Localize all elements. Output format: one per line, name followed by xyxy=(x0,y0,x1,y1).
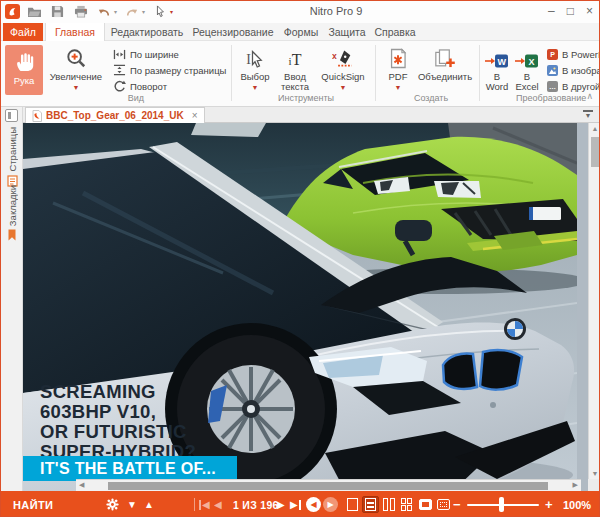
to-image-button[interactable]: В изображение xyxy=(547,63,600,78)
previous-page-button[interactable]: ◀ xyxy=(214,491,222,517)
zoom-level[interactable]: 100% xyxy=(563,491,591,517)
horizontal-scroll-thumb[interactable] xyxy=(108,482,548,490)
sidebar-tab-bookmarks[interactable]: Закладки xyxy=(1,185,23,241)
fit-width-button[interactable]: По ширине xyxy=(113,47,179,62)
tab-file[interactable]: Файл xyxy=(3,23,43,41)
pen-nib-icon: x xyxy=(332,45,354,69)
scroll-right-icon[interactable]: ▶ xyxy=(573,481,578,489)
view-presentation-button[interactable] xyxy=(435,496,452,513)
find-next-icon[interactable]: ▲ xyxy=(144,491,154,517)
collapse-ribbon-icon[interactable]: ∧ xyxy=(586,91,593,101)
create-pdf-button[interactable]: PDF ▼ xyxy=(381,45,415,91)
tab-forms[interactable]: Формы xyxy=(279,23,323,41)
view-grid-button[interactable] xyxy=(398,496,415,513)
pdf-dropdown-caret-icon[interactable]: ▼ xyxy=(395,84,402,91)
print-icon[interactable] xyxy=(72,3,89,20)
group-label-view: Вид xyxy=(86,93,186,103)
save-icon[interactable] xyxy=(49,3,66,20)
next-page-button[interactable]: ▶ xyxy=(277,491,285,517)
zoom-tool-button[interactable]: Увеличение ▼ xyxy=(45,45,107,91)
cover-banner-text: IT'S THE BATTLE OF... xyxy=(40,460,216,478)
to-excel-button[interactable]: X В Excel xyxy=(513,45,541,92)
undo-icon[interactable] xyxy=(95,3,112,20)
select-button[interactable]: I Выбор ▼ xyxy=(237,45,273,91)
select-cursor-icon: I xyxy=(245,45,265,69)
to-other-format-label: В другой формат xyxy=(562,81,600,92)
close-button[interactable]: × xyxy=(586,3,593,19)
maximize-button[interactable]: □ xyxy=(567,3,574,19)
history-back-button[interactable]: ◀ xyxy=(306,497,321,512)
document-tab-close-icon[interactable]: × xyxy=(192,110,198,121)
zoom-slider-handle[interactable] xyxy=(499,497,504,512)
tab-protect[interactable]: Защита xyxy=(325,23,369,41)
zoom-out-button[interactable]: − xyxy=(453,491,461,517)
type-text-button[interactable]: iT Ввод текста xyxy=(275,45,315,92)
ribbon-divider xyxy=(231,45,232,101)
sidebar-tab-pages[interactable]: Страницы xyxy=(1,127,23,187)
find-options-button[interactable] xyxy=(106,491,119,517)
minimize-button[interactable]: – xyxy=(548,3,555,19)
combine-label: Объединить xyxy=(418,72,472,82)
view-continuous-button[interactable] xyxy=(362,496,379,513)
nitro-logo-icon[interactable] xyxy=(5,4,20,19)
tab-list-dropdown-icon[interactable]: ▼ xyxy=(583,110,593,120)
to-excel-icon: X xyxy=(515,45,539,69)
history-forward-button[interactable]: ▶ xyxy=(323,497,338,512)
view-facing-pages-button[interactable] xyxy=(380,496,397,513)
to-word-button[interactable]: W В Word xyxy=(483,45,511,92)
zoom-dropdown-caret-icon[interactable]: ▼ xyxy=(73,84,80,91)
last-page-button[interactable]: ▶ xyxy=(290,491,301,517)
zoom-in-button[interactable]: + xyxy=(545,491,553,517)
to-excel-label: В Excel xyxy=(513,72,541,92)
first-page-button[interactable]: ◀ xyxy=(199,491,210,517)
redo-dropdown-caret-icon[interactable]: ▾ xyxy=(142,8,145,15)
scroll-down-icon[interactable]: ▼ xyxy=(589,470,600,477)
to-powerpoint-button[interactable]: P В PowerPoint xyxy=(547,47,600,62)
document-tab[interactable]: BBC_Top_Gear_06_2014_UK × xyxy=(25,107,205,123)
quicksign-dropdown-caret-icon[interactable]: ▼ xyxy=(340,84,347,91)
svg-text:I: I xyxy=(246,52,251,67)
open-file-icon[interactable] xyxy=(26,3,43,20)
fit-page-button[interactable]: По размеру страницы xyxy=(113,63,226,78)
horizontal-scrollbar[interactable]: ◀ ▶ xyxy=(76,479,581,491)
rotate-button[interactable]: Поворот xyxy=(113,79,167,94)
tab-help[interactable]: Справка xyxy=(371,23,419,41)
document-tab-title: BBC_Top_Gear_06_2014_UK xyxy=(46,110,184,121)
hand-icon xyxy=(13,49,35,73)
tab-home[interactable]: Главная xyxy=(45,23,105,41)
bookmarks-tab-label: Закладки xyxy=(7,185,18,226)
hand-tool-button[interactable]: Рука xyxy=(5,45,43,95)
undo-dropdown-caret-icon[interactable]: ▾ xyxy=(114,8,117,15)
tab-review[interactable]: Рецензирование xyxy=(189,23,277,41)
view-single-page-button[interactable] xyxy=(344,496,361,513)
page-indicator[interactable]: 1 ИЗ 196 xyxy=(233,491,279,517)
to-other-format-icon: … xyxy=(547,81,558,92)
headline-line: SCREAMING xyxy=(40,382,196,402)
to-word-icon: W xyxy=(485,45,509,69)
find-button[interactable]: НАЙТИ xyxy=(13,491,53,517)
pdf-file-icon xyxy=(32,110,42,122)
combine-pages-icon xyxy=(434,45,456,69)
vertical-scrollbar[interactable]: ▲ ▼ xyxy=(588,123,600,491)
combine-button[interactable]: Объединить xyxy=(417,45,473,82)
quicksign-button[interactable]: x QuickSign ▼ xyxy=(317,45,369,91)
scroll-left-icon[interactable]: ◀ xyxy=(79,481,84,489)
view-fullscreen-button[interactable] xyxy=(417,496,434,513)
title-bar: ▾ ▾ ▾ Nitro Pro 9 – □ × xyxy=(1,1,599,23)
select-dropdown-caret-icon[interactable]: ▾ xyxy=(170,8,173,15)
find-previous-icon[interactable]: ▼ xyxy=(127,491,137,517)
document-canvas[interactable]: SCREAMING 603BHP V10, OR FUTURISTIC SUPE… xyxy=(23,123,600,491)
quicksign-label: QuickSign xyxy=(321,72,364,82)
select-label: Выбор xyxy=(240,72,269,82)
ribbon-tab-bar: Файл Главная Редактировать Рецензировани… xyxy=(1,23,599,41)
scroll-up-icon[interactable]: ▲ xyxy=(589,125,600,132)
panel-toggle-icon[interactable] xyxy=(5,109,18,122)
vertical-scroll-thumb[interactable] xyxy=(591,137,600,167)
navigation-sidebar: Страницы Закладки xyxy=(1,107,23,491)
redo-icon[interactable] xyxy=(123,3,140,20)
tab-edit[interactable]: Редактировать xyxy=(107,23,187,41)
select-tool-icon[interactable] xyxy=(151,3,168,20)
select-dropdown-caret-icon[interactable]: ▼ xyxy=(252,84,259,91)
gear-icon xyxy=(106,498,119,511)
cover-headline: SCREAMING 603BHP V10, OR FUTURISTIC SUPE… xyxy=(40,382,196,462)
